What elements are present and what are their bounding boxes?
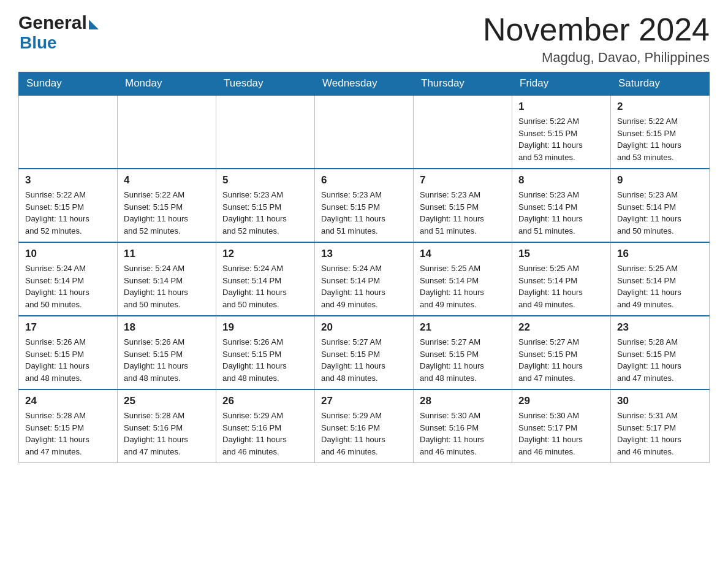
day-info: Sunrise: 5:24 AMSunset: 5:14 PMDaylight:… [124, 262, 210, 310]
day-number: 19 [222, 321, 308, 334]
calendar-cell: 5Sunrise: 5:23 AMSunset: 5:15 PMDaylight… [216, 169, 315, 242]
day-info: Sunrise: 5:24 AMSunset: 5:14 PMDaylight:… [321, 262, 407, 310]
calendar-cell: 15Sunrise: 5:25 AMSunset: 5:14 PMDayligh… [512, 242, 611, 316]
week-row-2: 3Sunrise: 5:22 AMSunset: 5:15 PMDaylight… [19, 169, 710, 242]
day-number: 17 [25, 321, 111, 334]
day-info: Sunrise: 5:29 AMSunset: 5:16 PMDaylight:… [222, 410, 308, 458]
day-info: Sunrise: 5:23 AMSunset: 5:14 PMDaylight:… [617, 189, 703, 237]
calendar-cell [19, 95, 118, 169]
calendar-cell: 13Sunrise: 5:24 AMSunset: 5:14 PMDayligh… [315, 242, 414, 316]
calendar-cell: 23Sunrise: 5:28 AMSunset: 5:15 PMDayligh… [611, 316, 710, 389]
day-info: Sunrise: 5:31 AMSunset: 5:17 PMDaylight:… [617, 410, 703, 458]
day-info: Sunrise: 5:27 AMSunset: 5:15 PMDaylight:… [518, 336, 604, 384]
calendar-table: SundayMondayTuesdayWednesdayThursdayFrid… [18, 72, 710, 463]
week-row-4: 17Sunrise: 5:26 AMSunset: 5:15 PMDayligh… [19, 316, 710, 389]
day-number: 7 [420, 174, 506, 186]
calendar-cell: 3Sunrise: 5:22 AMSunset: 5:15 PMDaylight… [19, 169, 118, 242]
calendar-cell: 10Sunrise: 5:24 AMSunset: 5:14 PMDayligh… [19, 242, 118, 316]
calendar-cell [216, 95, 315, 169]
day-info: Sunrise: 5:22 AMSunset: 5:15 PMDaylight:… [518, 115, 604, 163]
calendar-cell: 19Sunrise: 5:26 AMSunset: 5:15 PMDayligh… [216, 316, 315, 389]
day-number: 12 [222, 248, 308, 260]
weekday-header-saturday: Saturday [611, 72, 710, 96]
calendar-cell [414, 95, 512, 169]
weekday-header-row: SundayMondayTuesdayWednesdayThursdayFrid… [19, 72, 710, 96]
weekday-header-wednesday: Wednesday [315, 72, 414, 96]
day-info: Sunrise: 5:27 AMSunset: 5:15 PMDaylight:… [420, 336, 506, 384]
calendar-cell: 12Sunrise: 5:24 AMSunset: 5:14 PMDayligh… [216, 242, 315, 316]
day-info: Sunrise: 5:22 AMSunset: 5:15 PMDaylight:… [25, 189, 111, 237]
day-info: Sunrise: 5:26 AMSunset: 5:15 PMDaylight:… [25, 336, 111, 384]
day-number: 20 [321, 321, 407, 334]
calendar-cell: 6Sunrise: 5:23 AMSunset: 5:15 PMDaylight… [315, 169, 414, 242]
header: General Blue November 2024 Magdug, Davao… [18, 12, 710, 66]
day-info: Sunrise: 5:28 AMSunset: 5:16 PMDaylight:… [124, 410, 210, 458]
calendar-cell: 2Sunrise: 5:22 AMSunset: 5:15 PMDaylight… [611, 95, 710, 169]
day-info: Sunrise: 5:24 AMSunset: 5:14 PMDaylight:… [222, 262, 308, 310]
day-number: 3 [25, 174, 111, 186]
calendar-cell: 8Sunrise: 5:23 AMSunset: 5:14 PMDaylight… [512, 169, 611, 242]
logo-arrow-icon [89, 20, 99, 29]
calendar-cell: 20Sunrise: 5:27 AMSunset: 5:15 PMDayligh… [315, 316, 414, 389]
day-number: 18 [124, 321, 210, 334]
calendar-cell: 27Sunrise: 5:29 AMSunset: 5:16 PMDayligh… [315, 389, 414, 463]
day-info: Sunrise: 5:24 AMSunset: 5:14 PMDaylight:… [25, 262, 111, 310]
day-number: 10 [25, 248, 111, 260]
calendar-cell: 9Sunrise: 5:23 AMSunset: 5:14 PMDaylight… [611, 169, 710, 242]
day-info: Sunrise: 5:30 AMSunset: 5:17 PMDaylight:… [518, 410, 604, 458]
calendar-cell: 22Sunrise: 5:27 AMSunset: 5:15 PMDayligh… [512, 316, 611, 389]
day-info: Sunrise: 5:25 AMSunset: 5:14 PMDaylight:… [518, 262, 604, 310]
calendar-title: November 2024 [483, 12, 710, 47]
day-number: 24 [25, 395, 111, 407]
calendar-cell: 24Sunrise: 5:28 AMSunset: 5:15 PMDayligh… [19, 389, 118, 463]
logo-bottom-row: Blue [20, 33, 57, 53]
day-number: 28 [420, 395, 506, 407]
calendar-cell: 16Sunrise: 5:25 AMSunset: 5:14 PMDayligh… [611, 242, 710, 316]
logo-top-row: General [18, 12, 99, 33]
calendar-cell: 4Sunrise: 5:22 AMSunset: 5:15 PMDaylight… [118, 169, 216, 242]
day-info: Sunrise: 5:28 AMSunset: 5:15 PMDaylight:… [617, 336, 703, 384]
day-info: Sunrise: 5:28 AMSunset: 5:15 PMDaylight:… [25, 410, 111, 458]
day-info: Sunrise: 5:22 AMSunset: 5:15 PMDaylight:… [617, 115, 703, 163]
weekday-header-monday: Monday [118, 72, 216, 96]
calendar-cell: 25Sunrise: 5:28 AMSunset: 5:16 PMDayligh… [118, 389, 216, 463]
calendar-subtitle: Magdug, Davao, Philippines [483, 50, 710, 66]
calendar-cell [315, 95, 414, 169]
day-number: 14 [420, 248, 506, 260]
day-number: 1 [518, 101, 604, 113]
calendar-cell: 30Sunrise: 5:31 AMSunset: 5:17 PMDayligh… [611, 389, 710, 463]
day-info: Sunrise: 5:27 AMSunset: 5:15 PMDaylight:… [321, 336, 407, 384]
calendar-cell: 26Sunrise: 5:29 AMSunset: 5:16 PMDayligh… [216, 389, 315, 463]
day-number: 26 [222, 395, 308, 407]
day-info: Sunrise: 5:26 AMSunset: 5:15 PMDaylight:… [222, 336, 308, 384]
weekday-header-thursday: Thursday [414, 72, 512, 96]
calendar-cell: 17Sunrise: 5:26 AMSunset: 5:15 PMDayligh… [19, 316, 118, 389]
day-number: 6 [321, 174, 407, 186]
calendar-cell [118, 95, 216, 169]
weekday-header-friday: Friday [512, 72, 611, 96]
calendar-cell: 7Sunrise: 5:23 AMSunset: 5:15 PMDaylight… [414, 169, 512, 242]
day-number: 27 [321, 395, 407, 407]
calendar-cell: 14Sunrise: 5:25 AMSunset: 5:14 PMDayligh… [414, 242, 512, 316]
day-number: 16 [617, 248, 703, 260]
title-block: November 2024 Magdug, Davao, Philippines [483, 12, 710, 66]
day-number: 22 [518, 321, 604, 334]
calendar-cell: 29Sunrise: 5:30 AMSunset: 5:17 PMDayligh… [512, 389, 611, 463]
day-info: Sunrise: 5:30 AMSunset: 5:16 PMDaylight:… [420, 410, 506, 458]
day-number: 13 [321, 248, 407, 260]
day-info: Sunrise: 5:22 AMSunset: 5:15 PMDaylight:… [124, 189, 210, 237]
day-number: 8 [518, 174, 604, 186]
calendar-cell: 11Sunrise: 5:24 AMSunset: 5:14 PMDayligh… [118, 242, 216, 316]
week-row-3: 10Sunrise: 5:24 AMSunset: 5:14 PMDayligh… [19, 242, 710, 316]
day-info: Sunrise: 5:23 AMSunset: 5:14 PMDaylight:… [518, 189, 604, 237]
day-number: 5 [222, 174, 308, 186]
day-number: 15 [518, 248, 604, 260]
calendar-cell: 28Sunrise: 5:30 AMSunset: 5:16 PMDayligh… [414, 389, 512, 463]
day-number: 30 [617, 395, 703, 407]
day-number: 11 [124, 248, 210, 260]
day-info: Sunrise: 5:29 AMSunset: 5:16 PMDaylight:… [321, 410, 407, 458]
day-number: 23 [617, 321, 703, 334]
weekday-header-tuesday: Tuesday [216, 72, 315, 96]
weekday-header-sunday: Sunday [19, 72, 118, 96]
calendar-cell: 21Sunrise: 5:27 AMSunset: 5:15 PMDayligh… [414, 316, 512, 389]
